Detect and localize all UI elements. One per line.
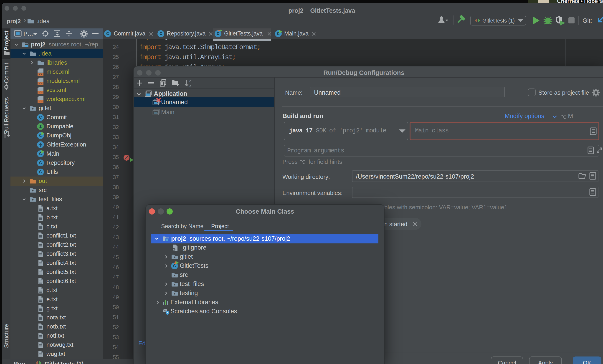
svg-text:<>: <>: [39, 82, 43, 85]
svg-text:<>: <>: [39, 73, 43, 76]
svg-text:<>: <>: [39, 100, 43, 103]
svg-text:a: a: [189, 79, 192, 83]
svg-text:z: z: [189, 83, 191, 87]
svg-text:<>: <>: [39, 91, 43, 94]
